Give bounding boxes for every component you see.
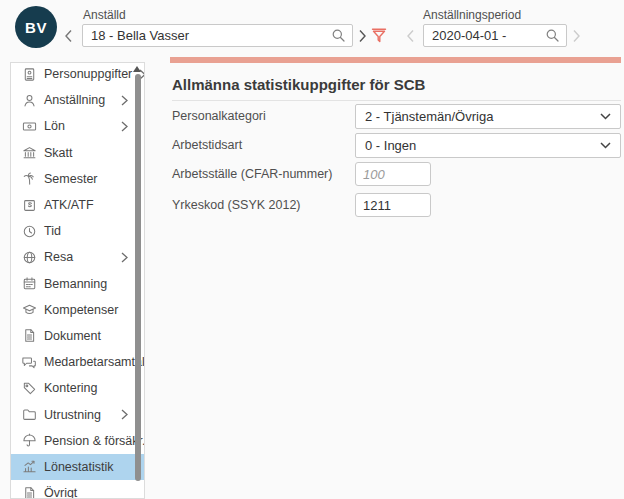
bank-icon <box>22 145 37 160</box>
sidebar-item-resa[interactable]: Resa <box>11 244 144 270</box>
employee-search-input[interactable]: 18 - Bella Vasser <box>82 24 353 47</box>
sidebar-item-label: Tid <box>44 224 61 238</box>
sidebar-item-label: Semester <box>44 172 98 186</box>
sidebar-item-label: ATK/ATF <box>44 198 94 212</box>
clock-icon <box>22 224 37 239</box>
period-search-input[interactable]: 2020-04-01 - <box>423 24 567 47</box>
sidebar-item-atk-atf[interactable]: ATK/ATF <box>11 192 144 218</box>
sidebar-item-dokument[interactable]: Dokument <box>11 323 144 349</box>
search-icon <box>546 29 559 42</box>
chevron-down-icon <box>600 113 611 120</box>
sidebar-item-label: Kompetenser <box>44 303 118 317</box>
sidebar-item-label: Anställning <box>44 93 105 107</box>
id-card-icon <box>22 67 37 82</box>
select-value: 2 - Tjänstemän/Övriga <box>365 109 493 124</box>
accent-bar <box>170 57 621 63</box>
document-icon <box>22 328 37 343</box>
calendar-icon <box>22 276 37 291</box>
sidebar-item-lön[interactable]: Lön <box>11 113 144 139</box>
search-icon <box>332 29 345 42</box>
sidebar-item-bemanning[interactable]: Bemanning <box>11 271 144 297</box>
arbetsstalle-input[interactable] <box>355 162 431 186</box>
sidebar-item-label: Utrustning <box>44 408 101 422</box>
filter-funnel-icon[interactable] <box>371 27 387 44</box>
chevron-down-icon <box>600 142 611 149</box>
sidebar-item-semester[interactable]: Semester <box>11 166 144 192</box>
tag-icon <box>22 381 37 396</box>
field-label-personalkategori: Personalkategori <box>172 104 352 129</box>
personalkategori-select[interactable]: 2 - Tjänstemän/Övriga <box>355 104 621 129</box>
globe-icon <box>22 250 37 265</box>
sidebar-item-kompetenser[interactable]: Kompetenser <box>11 297 144 323</box>
sidebar: PersonuppgifterAnställningLönSkattSemest… <box>10 62 145 499</box>
sidebar-item-kontering[interactable]: Kontering <box>11 375 144 401</box>
sidebar-item-label: Lön <box>44 119 65 133</box>
document-icon <box>22 486 37 499</box>
sidebar-item-label: Medarbetarsamtal <box>44 355 145 369</box>
sidebar-item-label: Skatt <box>44 146 73 160</box>
arbetstidsart-select[interactable]: 0 - Ingen <box>355 133 621 158</box>
sidebar-item-lönestatistik[interactable]: Lönestatistik <box>11 454 144 480</box>
employee-value: 18 - Bella Vasser <box>91 28 332 43</box>
sidebar-item-utrustning[interactable]: Utrustning <box>11 401 144 427</box>
yrkeskod-input[interactable] <box>355 193 431 217</box>
field-label-arbetsstalle: Arbetsställe (CFAR-nummer) <box>172 162 352 187</box>
sidebar-item-label: Pension & försäkr... <box>44 434 145 448</box>
sidebar-item-skatt[interactable]: Skatt <box>11 140 144 166</box>
person-icon <box>22 93 37 108</box>
sidebar-item-tid[interactable]: Tid <box>11 218 144 244</box>
sidebar-item-label: Bemanning <box>44 277 107 291</box>
select-value: 0 - Ingen <box>365 138 416 153</box>
avatar: BV <box>15 6 57 48</box>
sidebar-item-label: Dokument <box>44 329 101 343</box>
field-label-arbetstidsart: Arbetstidsart <box>172 133 352 158</box>
sidebar-item-pension-försäkr[interactable]: Pension & försäkr... <box>11 428 144 454</box>
scroll-up-arrow-icon[interactable] <box>133 66 141 72</box>
period-label: Anställningsperiod <box>423 8 521 22</box>
palm-tree-icon <box>22 171 37 186</box>
sidebar-item-label: Resa <box>44 250 73 264</box>
sidebar-item-anställning[interactable]: Anställning <box>11 87 144 113</box>
page-title: Allmänna statistikuppgifter för SCB <box>172 76 621 101</box>
folder-icon <box>22 407 37 422</box>
banknote-icon <box>22 119 37 134</box>
sidebar-menu: PersonuppgifterAnställningLönSkattSemest… <box>11 62 144 499</box>
chevron-right-icon <box>121 121 128 132</box>
employee-label: Anställd <box>83 8 126 22</box>
chat-icon <box>22 355 37 370</box>
period-next-button[interactable] <box>572 28 584 44</box>
sidebar-item-label: Kontering <box>44 381 98 395</box>
chevron-right-icon <box>121 409 128 420</box>
employee-prev-button[interactable] <box>64 28 76 44</box>
box-icon <box>22 198 37 213</box>
graduation-cap-icon <box>22 302 37 317</box>
sidebar-item-personuppgifter[interactable]: Personuppgifter <box>11 62 144 87</box>
sidebar-item-label: Övrigt <box>44 486 77 499</box>
umbrella-icon <box>22 433 37 448</box>
chart-icon <box>22 459 37 474</box>
sidebar-scrollbar-thumb[interactable] <box>135 74 141 481</box>
sidebar-item-label: Personuppgifter <box>44 67 132 81</box>
chevron-right-icon <box>121 252 128 263</box>
period-prev-button[interactable] <box>406 28 418 44</box>
field-label-yrkeskod: Yrkeskod (SSYK 2012) <box>172 193 352 218</box>
sidebar-item-medarbetarsamtal[interactable]: Medarbetarsamtal <box>11 349 144 375</box>
period-value: 2020-04-01 - <box>432 28 546 43</box>
sidebar-item-övrigt[interactable]: Övrigt <box>11 480 144 499</box>
employee-next-button[interactable] <box>358 28 370 44</box>
chevron-right-icon <box>121 95 128 106</box>
sidebar-item-label: Lönestatistik <box>44 460 113 474</box>
